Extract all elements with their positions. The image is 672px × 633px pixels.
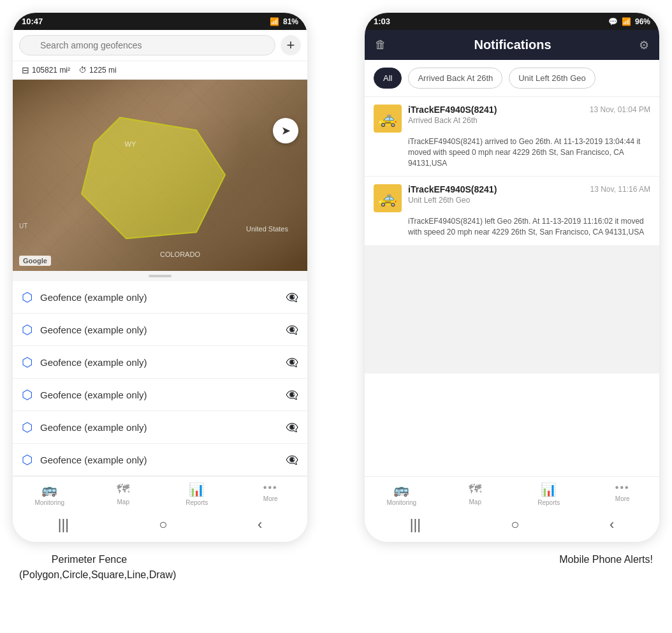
geofence-label-6: Geofence (example only) [40, 455, 278, 465]
list-item[interactable]: ⬡ Geofence (example only) 👁‍🗨 [13, 281, 307, 314]
search-input[interactable] [19, 35, 275, 55]
left-sys-nav: ||| ○ ‹ [13, 509, 307, 542]
notification-item-2[interactable]: 🚕 iTrackEF4940S(8241) 13 Nov, 11:16 AM U… [365, 177, 659, 246]
settings-icon[interactable]: ⚙ [639, 38, 649, 52]
hide-icon-1[interactable]: 👁‍🗨 [286, 291, 298, 303]
right-nav-more[interactable]: ••• More [586, 482, 660, 506]
reports-icon: 📊 [189, 482, 205, 497]
geofence-polygon [69, 111, 235, 254]
list-item[interactable]: ⬡ Geofence (example only) 👁‍🗨 [13, 314, 307, 346]
area-value: 105821 mi² [32, 66, 70, 75]
geofence-label-1: Geofence (example only) [40, 292, 278, 303]
right-monitoring-label: Monitoring [386, 499, 416, 506]
right-map-icon: 🗺 [469, 482, 481, 497]
geofence-icon-5: ⬡ [22, 419, 33, 435]
home-button[interactable]: ○ [159, 516, 167, 533]
map-icon: 🗺 [117, 482, 129, 497]
list-item[interactable]: ⬡ Geofence (example only) 👁‍🗨 [13, 411, 307, 444]
compass-button[interactable]: ➤ [273, 118, 298, 143]
compass-icon: ➤ [281, 124, 291, 138]
left-caption: Perimeter Fence(Polygon,Circle,Square,Li… [19, 552, 159, 583]
notifications-header: 🗑 Notifications ⚙ [365, 30, 659, 60]
right-nav-reports[interactable]: 📊 Reports [512, 482, 586, 506]
right-status-icons: 💬 📶 96% [608, 17, 650, 26]
list-item[interactable]: ⬡ Geofence (example only) 👁‍🗨 [13, 444, 307, 476]
tab-unit-left[interactable]: Unit Left 26th Geo [509, 68, 595, 89]
notif-body-2: iTrackEF4940S(8241) left Geo 26th. At 11… [408, 216, 650, 238]
right-bottom-nav: 🚌 Monitoring 🗺 Map 📊 Reports ••• More [365, 476, 659, 509]
colorado-label: COLORADO [160, 251, 200, 258]
geofence-label-4: Geofence (example only) [40, 389, 278, 400]
hide-icon-2[interactable]: 👁‍🗨 [286, 324, 298, 336]
left-status-icons: 📶 81% [270, 17, 298, 26]
clock-icon: ⏱ [79, 66, 87, 75]
right-menu-button[interactable]: ||| [410, 516, 421, 533]
car-avatar-1: 🚕 [374, 105, 402, 133]
list-item[interactable]: ⬡ Geofence (example only) 👁‍🗨 [13, 346, 307, 379]
right-reports-icon: 📊 [541, 482, 557, 497]
filter-tabs: All Arrived Back At 26th Unit Left 26th … [365, 60, 659, 97]
nav-more[interactable]: ••• More [234, 482, 308, 506]
hide-icon-4[interactable]: 👁‍🗨 [286, 389, 298, 401]
add-geofence-button[interactable]: + [281, 35, 301, 55]
notif-info-2: iTrackEF4940S(8241) 13 Nov, 11:16 AM Uni… [408, 184, 650, 205]
geofence-icon-3: ⬡ [22, 354, 33, 370]
geofence-icon-6: ⬡ [22, 452, 33, 467]
distance-value: 1225 mi [89, 66, 117, 75]
battery-text: 81% [283, 17, 298, 26]
right-map-label: Map [469, 498, 481, 506]
geofence-list: ⬡ Geofence (example only) 👁‍🗨 ⬡ Geofence… [13, 281, 307, 476]
trash-icon[interactable]: 🗑 [375, 38, 386, 52]
empty-area [365, 246, 659, 374]
search-bar: 🔍 + [13, 30, 307, 61]
nav-reports[interactable]: 📊 Reports [160, 482, 234, 506]
nav-map[interactable]: 🗺 Map [87, 482, 161, 506]
tab-all[interactable]: All [374, 68, 402, 89]
right-nav-monitoring[interactable]: 🚌 Monitoring [365, 482, 439, 506]
nav-monitoring[interactable]: 🚌 Monitoring [13, 482, 87, 506]
utah-label: UT [19, 222, 27, 229]
more-label: More [263, 495, 278, 502]
left-time: 10:47 [22, 17, 43, 26]
reports-label: Reports [186, 499, 208, 506]
geofence-label-2: Geofence (example only) [40, 324, 278, 335]
menu-button[interactable]: ||| [58, 516, 69, 533]
hide-icon-6[interactable]: 👁‍🗨 [286, 454, 298, 466]
search-wrapper: 🔍 [19, 35, 275, 55]
notif-time-1: 13 Nov, 01:04 PM [590, 105, 650, 114]
distance-stat: ⏱ 1225 mi [79, 66, 117, 75]
right-more-label: More [615, 495, 630, 502]
left-bottom-nav: 🚌 Monitoring 🗺 Map 📊 Reports ••• More [13, 476, 307, 509]
right-battery: 96% [635, 17, 650, 26]
notifications-title: Notifications [395, 38, 630, 52]
tab-arrived[interactable]: Arrived Back At 26th [408, 68, 502, 89]
message-icon: 💬 [608, 17, 618, 26]
more-icon: ••• [263, 482, 278, 493]
right-monitoring-icon: 🚌 [393, 482, 409, 497]
back-button[interactable]: ‹ [258, 516, 262, 533]
notification-item-1[interactable]: 🚕 iTrackEF4940S(8241) 13 Nov, 01:04 PM A… [365, 97, 659, 177]
right-back-button[interactable]: ‹ [610, 516, 614, 533]
car-avatar-2: 🚕 [374, 184, 402, 212]
right-nav-map[interactable]: 🗺 Map [439, 482, 513, 506]
list-item[interactable]: ⬡ Geofence (example only) 👁‍🗨 [13, 379, 307, 411]
left-status-bar: 10:47 📶 81% [13, 13, 307, 30]
right-phone: 1:03 💬 📶 96% 🗑 Notifications ⚙ All Arriv… [365, 13, 659, 542]
scroll-indicator [13, 271, 307, 281]
hide-icon-5[interactable]: 👁‍🗨 [286, 421, 298, 433]
map-area[interactable]: ➤ WY UT United States COLORADO Google [13, 80, 307, 271]
stats-bar: ⊟ 105821 mi² ⏱ 1225 mi [13, 61, 307, 80]
right-home-button[interactable]: ○ [511, 516, 519, 533]
svg-marker-0 [82, 117, 225, 238]
wifi-icon-right: 📶 [622, 17, 631, 26]
notif-device-2: iTrackEF4940S(8241) [408, 184, 497, 194]
right-status-bar: 1:03 💬 📶 96% [365, 13, 659, 30]
notif-body-1: iTrackEF4940S(8241) arrived to Geo 26th.… [408, 136, 650, 168]
captions: Perimeter Fence(Polygon,Circle,Square,Li… [0, 542, 672, 593]
notif-header-1: 🚕 iTrackEF4940S(8241) 13 Nov, 01:04 PM A… [374, 105, 650, 133]
map-terrain: ➤ WY UT United States COLORADO Google [13, 80, 307, 271]
notif-time-2: 13 Nov, 11:16 AM [590, 185, 651, 194]
notif-device-1: iTrackEF4940S(8241) [408, 105, 497, 115]
hide-icon-3[interactable]: 👁‍🗨 [286, 356, 298, 368]
right-caption: Mobile Phone Alerts! [559, 552, 653, 583]
